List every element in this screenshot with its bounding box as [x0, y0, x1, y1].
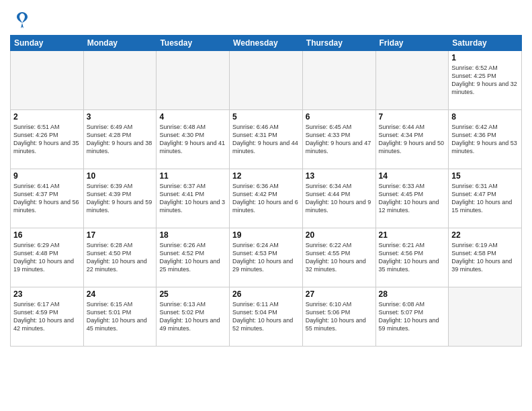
day-number: 18	[159, 230, 226, 240]
day-info: Sunrise: 6:21 AM Sunset: 4:56 PM Dayligh…	[379, 241, 446, 274]
day-info: Sunrise: 6:37 AM Sunset: 4:41 PM Dayligh…	[159, 182, 226, 215]
calendar-cell	[11, 51, 84, 110]
day-info: Sunrise: 6:26 AM Sunset: 4:52 PM Dayligh…	[159, 241, 226, 274]
day-info: Sunrise: 6:29 AM Sunset: 4:48 PM Dayligh…	[13, 241, 81, 274]
day-info: Sunrise: 6:41 AM Sunset: 4:37 PM Dayligh…	[13, 182, 81, 215]
weekday-header-thursday: Thursday	[302, 36, 375, 51]
calendar-table: SundayMondayTuesdayWednesdayThursdayFrid…	[10, 35, 522, 347]
calendar-cell: 3Sunrise: 6:49 AM Sunset: 4:28 PM Daylig…	[83, 110, 157, 169]
weekday-header-tuesday: Tuesday	[157, 36, 230, 51]
day-number: 3	[87, 112, 154, 122]
logo	[10, 9, 32, 31]
day-info: Sunrise: 6:39 AM Sunset: 4:39 PM Dayligh…	[87, 182, 154, 215]
calendar-cell: 15Sunrise: 6:31 AM Sunset: 4:47 PM Dayli…	[449, 169, 522, 228]
calendar-cell	[302, 51, 375, 110]
calendar-cell	[449, 287, 522, 347]
calendar-cell: 5Sunrise: 6:46 AM Sunset: 4:31 PM Daylig…	[230, 110, 303, 169]
week-row-3: 9Sunrise: 6:41 AM Sunset: 4:37 PM Daylig…	[11, 169, 522, 228]
day-number: 9	[13, 171, 81, 181]
day-info: Sunrise: 6:52 AM Sunset: 4:25 PM Dayligh…	[451, 64, 519, 97]
day-info: Sunrise: 6:44 AM Sunset: 4:34 PM Dayligh…	[379, 123, 446, 156]
day-number: 25	[159, 289, 226, 299]
calendar-cell: 22Sunrise: 6:19 AM Sunset: 4:58 PM Dayli…	[449, 228, 522, 287]
logo-bird-icon	[13, 9, 32, 31]
day-number: 22	[451, 230, 519, 240]
day-info: Sunrise: 6:15 AM Sunset: 5:01 PM Dayligh…	[87, 300, 154, 333]
weekday-header-monday: Monday	[83, 36, 157, 51]
day-number: 21	[379, 230, 446, 240]
calendar-cell: 6Sunrise: 6:45 AM Sunset: 4:33 PM Daylig…	[302, 110, 375, 169]
week-row-1: 1Sunrise: 6:52 AM Sunset: 4:25 PM Daylig…	[11, 51, 522, 110]
day-info: Sunrise: 6:36 AM Sunset: 4:42 PM Dayligh…	[232, 182, 300, 215]
page: SundayMondayTuesdayWednesdayThursdayFrid…	[0, 0, 532, 353]
calendar-cell: 21Sunrise: 6:21 AM Sunset: 4:56 PM Dayli…	[375, 228, 449, 287]
day-info: Sunrise: 6:48 AM Sunset: 4:30 PM Dayligh…	[159, 123, 226, 156]
day-number: 7	[379, 112, 446, 122]
day-info: Sunrise: 6:49 AM Sunset: 4:28 PM Dayligh…	[87, 123, 154, 156]
day-info: Sunrise: 6:31 AM Sunset: 4:47 PM Dayligh…	[451, 182, 519, 215]
calendar-cell	[230, 51, 303, 110]
calendar-cell: 20Sunrise: 6:22 AM Sunset: 4:55 PM Dayli…	[302, 228, 375, 287]
calendar-cell: 23Sunrise: 6:17 AM Sunset: 4:59 PM Dayli…	[11, 287, 84, 347]
day-info: Sunrise: 6:11 AM Sunset: 5:04 PM Dayligh…	[232, 300, 300, 333]
day-number: 16	[13, 230, 81, 240]
day-info: Sunrise: 6:13 AM Sunset: 5:02 PM Dayligh…	[159, 300, 226, 333]
calendar-cell: 2Sunrise: 6:51 AM Sunset: 4:26 PM Daylig…	[11, 110, 84, 169]
day-number: 2	[13, 112, 81, 122]
day-number: 23	[13, 289, 81, 299]
day-number: 19	[232, 230, 300, 240]
calendar-cell: 14Sunrise: 6:33 AM Sunset: 4:45 PM Dayli…	[375, 169, 449, 228]
weekday-header-friday: Friday	[375, 36, 449, 51]
day-number: 26	[232, 289, 300, 299]
day-number: 6	[306, 112, 373, 122]
day-number: 15	[451, 171, 519, 181]
calendar-cell: 27Sunrise: 6:10 AM Sunset: 5:06 PM Dayli…	[302, 287, 375, 347]
day-info: Sunrise: 6:33 AM Sunset: 4:45 PM Dayligh…	[379, 182, 446, 215]
header	[10, 7, 522, 31]
day-info: Sunrise: 6:24 AM Sunset: 4:53 PM Dayligh…	[232, 241, 300, 274]
calendar-cell: 10Sunrise: 6:39 AM Sunset: 4:39 PM Dayli…	[83, 169, 157, 228]
calendar-cell	[157, 51, 230, 110]
day-number: 12	[232, 171, 300, 181]
calendar-cell: 4Sunrise: 6:48 AM Sunset: 4:30 PM Daylig…	[157, 110, 230, 169]
day-number: 1	[451, 53, 519, 62]
calendar-cell: 16Sunrise: 6:29 AM Sunset: 4:48 PM Dayli…	[11, 228, 84, 287]
week-row-4: 16Sunrise: 6:29 AM Sunset: 4:48 PM Dayli…	[11, 228, 522, 287]
calendar-cell	[375, 51, 449, 110]
weekday-header-sunday: Sunday	[11, 36, 84, 51]
calendar-cell: 19Sunrise: 6:24 AM Sunset: 4:53 PM Dayli…	[230, 228, 303, 287]
calendar-cell: 28Sunrise: 6:08 AM Sunset: 5:07 PM Dayli…	[375, 287, 449, 347]
day-number: 14	[379, 171, 446, 181]
day-number: 4	[159, 112, 226, 122]
day-number: 13	[306, 171, 373, 181]
day-number: 17	[87, 230, 154, 240]
calendar-cell: 17Sunrise: 6:28 AM Sunset: 4:50 PM Dayli…	[83, 228, 157, 287]
week-row-2: 2Sunrise: 6:51 AM Sunset: 4:26 PM Daylig…	[11, 110, 522, 169]
day-number: 8	[451, 112, 519, 122]
weekday-header-saturday: Saturday	[449, 36, 522, 51]
day-number: 27	[306, 289, 373, 299]
weekday-header-row: SundayMondayTuesdayWednesdayThursdayFrid…	[11, 36, 522, 51]
calendar-cell: 8Sunrise: 6:42 AM Sunset: 4:36 PM Daylig…	[449, 110, 522, 169]
day-number: 20	[306, 230, 373, 240]
calendar-cell: 26Sunrise: 6:11 AM Sunset: 5:04 PM Dayli…	[230, 287, 303, 347]
day-info: Sunrise: 6:28 AM Sunset: 4:50 PM Dayligh…	[87, 241, 154, 274]
calendar-cell: 13Sunrise: 6:34 AM Sunset: 4:44 PM Dayli…	[302, 169, 375, 228]
week-row-5: 23Sunrise: 6:17 AM Sunset: 4:59 PM Dayli…	[11, 287, 522, 347]
calendar-cell: 24Sunrise: 6:15 AM Sunset: 5:01 PM Dayli…	[83, 287, 157, 347]
day-info: Sunrise: 6:34 AM Sunset: 4:44 PM Dayligh…	[306, 182, 373, 215]
calendar-cell: 9Sunrise: 6:41 AM Sunset: 4:37 PM Daylig…	[11, 169, 84, 228]
day-number: 28	[379, 289, 446, 299]
day-info: Sunrise: 6:46 AM Sunset: 4:31 PM Dayligh…	[232, 123, 300, 156]
calendar-cell: 11Sunrise: 6:37 AM Sunset: 4:41 PM Dayli…	[157, 169, 230, 228]
day-info: Sunrise: 6:22 AM Sunset: 4:55 PM Dayligh…	[306, 241, 373, 274]
calendar-cell: 12Sunrise: 6:36 AM Sunset: 4:42 PM Dayli…	[230, 169, 303, 228]
day-number: 10	[87, 171, 154, 181]
calendar-cell: 25Sunrise: 6:13 AM Sunset: 5:02 PM Dayli…	[157, 287, 230, 347]
day-info: Sunrise: 6:17 AM Sunset: 4:59 PM Dayligh…	[13, 300, 81, 333]
day-info: Sunrise: 6:10 AM Sunset: 5:06 PM Dayligh…	[306, 300, 373, 333]
day-info: Sunrise: 6:08 AM Sunset: 5:07 PM Dayligh…	[379, 300, 446, 333]
day-number: 11	[159, 171, 226, 181]
calendar-cell: 18Sunrise: 6:26 AM Sunset: 4:52 PM Dayli…	[157, 228, 230, 287]
day-info: Sunrise: 6:42 AM Sunset: 4:36 PM Dayligh…	[451, 123, 519, 156]
